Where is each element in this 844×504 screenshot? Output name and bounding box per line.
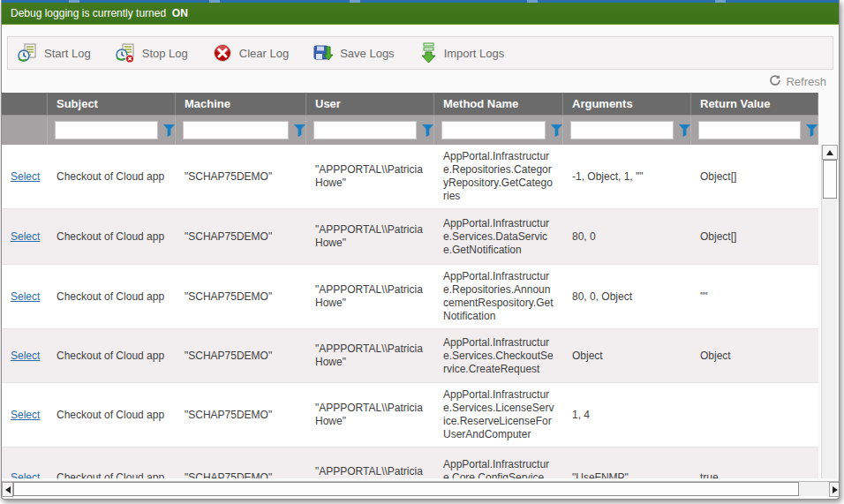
column-header-user[interactable]: User (306, 93, 434, 115)
scroll-left-button[interactable] (2, 482, 13, 497)
debug-status-banner: Debug logging is currently turned ON (2, 3, 839, 25)
window-top-accent (2, 0, 839, 3)
user-filter-input[interactable] (313, 121, 417, 139)
machine-filter-input[interactable] (183, 121, 289, 139)
horizontal-scroll-thumb[interactable] (13, 482, 799, 496)
cell-arguments: "UseFNMP" (563, 466, 691, 478)
start-log-icon (17, 42, 38, 64)
cell-user: "APPPORTAL\\PatriciaHowe" (306, 460, 434, 479)
column-header-subject[interactable]: Subject (48, 93, 176, 115)
column-header-machine[interactable]: Machine (176, 93, 306, 115)
table-row: Select Checkout of Cloud app "SCHAP75DEM… (2, 145, 818, 209)
cell-user: "APPPORTAL\\PatriciaHowe" (306, 158, 434, 195)
filter-cell-method-name (434, 116, 563, 145)
column-header-arguments[interactable]: Arguments (563, 93, 691, 115)
log-grid: Subject Machine User Method Name Argumen… (2, 93, 818, 478)
save-logs-button[interactable]: Save Logs (313, 42, 394, 64)
machine-filter-icon[interactable] (294, 124, 305, 137)
cell-arguments: 80, 0, Object (563, 285, 691, 309)
table-row: Select Checkout of Cloud app "SCHAP75DEM… (2, 383, 818, 448)
return-value-filter-icon[interactable] (806, 124, 818, 137)
grid-header-row: Subject Machine User Method Name Argumen… (2, 93, 818, 115)
cell-machine: "SCHAP75DEMO" (176, 285, 306, 309)
arguments-filter-icon[interactable] (679, 124, 690, 137)
cell-machine: "SCHAP75DEMO" (176, 403, 306, 427)
start-log-label: Start Log (44, 47, 91, 60)
method-name-filter-input[interactable] (441, 121, 546, 139)
cell-subject: Checkout of Cloud app (48, 165, 176, 189)
column-header-return-value[interactable]: Return Value (691, 93, 818, 115)
cell-machine: "SCHAP75DEMO" (176, 344, 306, 368)
save-logs-icon (313, 42, 334, 64)
cell-method-name: AppPortal.Infrastructure.Services.DataSe… (434, 212, 563, 262)
filter-cell-subject (48, 116, 176, 145)
cell-method-name: AppPortal.Infrastructure.Repositories.Ca… (434, 145, 563, 208)
vertical-scrollbar[interactable] (821, 145, 837, 478)
cell-user: "APPPORTAL\\PatriciaHowe" (306, 278, 434, 315)
filter-cell-arguments (563, 116, 691, 145)
cell-user: "APPPORTAL\\PatriciaHowe" (306, 396, 434, 433)
import-logs-label: Import Logs (444, 47, 505, 60)
cell-return-value: Object[] (691, 225, 818, 249)
left-arrow-icon (5, 486, 11, 493)
cell-subject: Checkout of Cloud app (48, 403, 176, 427)
up-arrow-icon (826, 150, 833, 155)
import-logs-button[interactable]: Import Logs (418, 42, 505, 64)
refresh-icon (769, 74, 781, 89)
cell-arguments: -1, Object, 1, "" (563, 165, 691, 189)
subject-filter-input[interactable] (55, 121, 158, 139)
cell-return-value: Object[] (691, 165, 818, 189)
select-link[interactable]: Select (11, 350, 40, 362)
cell-subject: Checkout of Cloud app (48, 225, 176, 249)
filter-cell-return-value (691, 116, 818, 145)
scroll-right-button[interactable] (829, 482, 840, 497)
select-link[interactable]: Select (11, 290, 40, 303)
scroll-up-button[interactable] (822, 145, 838, 160)
stop-log-icon (115, 42, 136, 64)
method-name-filter-icon[interactable] (551, 124, 562, 137)
select-link[interactable]: Select (11, 170, 40, 183)
cell-subject: Checkout of Cloud app (48, 344, 176, 368)
cell-machine: "SCHAP75DEMO" (176, 466, 306, 478)
banner-text: Debug logging is currently turned (11, 7, 166, 19)
cell-subject: Checkout of Cloud app (48, 466, 176, 478)
filter-cell-machine (176, 116, 306, 145)
cell-machine: "SCHAP75DEMO" (176, 225, 306, 249)
clear-log-button[interactable]: Clear Log (212, 42, 289, 64)
debug-log-window: Debug logging is currently turned ON Sta… (1, 0, 840, 500)
horizontal-scroll-track[interactable] (799, 482, 829, 496)
cell-user: "APPPORTAL\\PatriciaHowe" (306, 337, 434, 374)
cell-method-name: AppPortal.Infrastructure.Services.Licens… (434, 383, 563, 447)
vertical-scroll-thumb[interactable] (823, 160, 837, 199)
table-row: Select Checkout of Cloud app "SCHAP75DEM… (2, 329, 818, 383)
select-link[interactable]: Select (11, 471, 40, 478)
select-link[interactable]: Select (11, 230, 40, 243)
import-logs-icon (418, 42, 438, 64)
return-value-filter-input[interactable] (698, 121, 801, 139)
stop-log-label: Stop Log (142, 47, 188, 60)
filter-cell-blank (2, 116, 48, 145)
cell-arguments: 80, 0 (563, 225, 691, 249)
refresh-button[interactable]: Refresh (769, 74, 826, 89)
horizontal-scrollbar[interactable] (2, 481, 840, 496)
clear-log-icon (212, 42, 233, 64)
right-arrow-icon (833, 486, 838, 493)
cell-user: "APPPORTAL\\PatriciaHowe" (306, 218, 434, 255)
cell-return-value: true (691, 466, 818, 478)
user-filter-icon[interactable] (422, 124, 433, 137)
table-row: Select Checkout of Cloud app "SCHAP75DEM… (2, 265, 818, 329)
arguments-filter-input[interactable] (570, 121, 674, 139)
cell-return-value: "" (691, 285, 818, 309)
select-link[interactable]: Select (11, 409, 40, 421)
table-row: Select Checkout of Cloud app "SCHAP75DEM… (2, 209, 818, 265)
column-header-blank (2, 93, 48, 115)
column-header-method-name[interactable]: Method Name (434, 93, 563, 115)
subject-filter-icon[interactable] (163, 124, 175, 137)
clear-log-label: Clear Log (239, 47, 289, 60)
cell-method-name: AppPortal.Infrastructure.Services.Checko… (434, 331, 563, 381)
cell-return-value (691, 410, 818, 420)
stop-log-button[interactable]: Stop Log (115, 42, 188, 64)
start-log-button[interactable]: Start Log (17, 42, 91, 64)
cell-arguments: 1, 4 (563, 403, 691, 427)
banner-status: ON (172, 7, 188, 19)
